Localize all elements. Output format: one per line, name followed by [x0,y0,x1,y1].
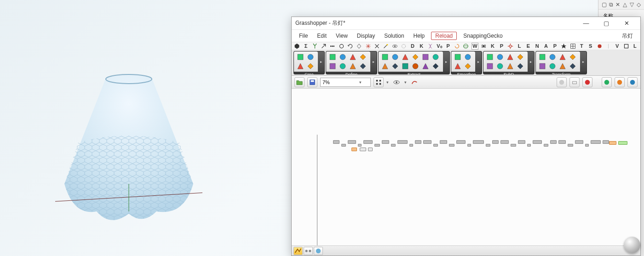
shelf-burst-icon[interactable] [365,43,372,50]
gh-node[interactable] [467,144,471,147]
ribbon-crea-tool-3[interactable] [306,62,315,70]
ribbon-transform-more[interactable]: ▸ [580,51,586,72]
shelf-gear-icon[interactable] [507,43,514,50]
ribbon-smoothen-tool-0[interactable] [453,53,462,61]
ribbon-define-tool-6[interactable] [348,62,357,70]
shelf-red-dot-icon[interactable] [596,43,603,50]
menu-docname[interactable]: 吊灯 [617,30,638,42]
shelf-tab-L[interactable]: L [632,43,638,50]
zoom-extents-more-icon[interactable]: ▾ [386,80,389,85]
open-file-button[interactable] [294,77,305,87]
gh-node[interactable] [449,144,454,147]
gh-node[interactable] [333,140,339,144]
gh-node[interactable] [603,140,609,144]
ribbon-define-more[interactable]: ▸ [370,51,377,72]
ribbon-extract-tool-9[interactable] [411,62,420,70]
menu-display[interactable]: Display [352,31,380,41]
ribbon-extract-tool-10[interactable] [421,62,430,70]
preview-more-icon[interactable]: ▾ [404,80,407,85]
shelf-tab-S[interactable]: S [587,43,594,50]
shelf-kite-icon[interactable] [356,43,362,50]
ribbon-subd-tool-5[interactable] [495,62,505,70]
ribbon-crea-tool-0[interactable] [296,53,305,61]
ribbon-smoothen-tool-3[interactable] [463,62,472,70]
ribbon-subd-tool-4[interactable] [485,62,494,70]
gh-node[interactable] [348,140,356,144]
help-icon[interactable]: ◇ [636,1,641,8]
ribbon-extract-tool-3[interactable] [411,53,420,61]
gh-node[interactable] [585,144,589,147]
up-icon[interactable]: △ [622,1,627,8]
minimize-button[interactable]: — [576,17,596,29]
shelf-star-icon[interactable] [560,43,567,50]
menu-reload[interactable]: Reload [431,32,457,40]
ribbon-extract-tool-6[interactable] [380,62,390,70]
ribbon-define-tool-2[interactable] [348,53,357,61]
gh-node[interactable] [409,144,413,147]
down-icon[interactable]: ▽ [629,1,634,8]
shelf-dots-icon[interactable] [329,43,336,50]
shelf-dotted-icon[interactable] [400,43,407,50]
shelf-tab-P[interactable]: P [552,43,558,50]
shelf-globe-icon[interactable] [462,43,469,50]
shelf-tab-K[interactable]: K [489,43,496,50]
new-icon[interactable]: ▢ [601,1,607,8]
ribbon-define-tool-0[interactable] [328,53,337,61]
maximize-button[interactable]: ▢ [596,17,616,29]
gh-node[interactable] [391,144,396,147]
ribbon-transform-tool-3[interactable] [568,53,577,61]
ribbon-define-tool-5[interactable] [338,62,347,70]
zoom-dropdown-icon[interactable]: ▾ [359,80,362,85]
gh-node[interactable] [492,140,499,144]
ribbon-define-tool-3[interactable] [358,53,368,61]
gh-node[interactable] [575,140,583,144]
ribbon-subd-tool-1[interactable] [495,53,505,61]
gh-node[interactable] [433,144,438,147]
ribbon-extract-tool-5[interactable] [431,53,440,61]
shade-blue-button[interactable] [627,77,638,87]
gh-node[interactable] [351,148,357,151]
shelf-tab-A[interactable]: A [542,43,549,50]
gh-node[interactable] [511,144,516,147]
status-mode-a[interactable] [293,247,303,255]
gh-node[interactable] [568,144,573,147]
ribbon-define-tool-4[interactable] [328,62,337,70]
shelf-tab-N[interactable]: N [534,43,540,50]
ribbon-smoothen-tool-2[interactable] [453,62,462,70]
copy-icon[interactable]: ⧉ [608,1,614,8]
shade-orange-button[interactable] [615,77,625,87]
shelf-tab-P[interactable]: P [445,43,452,50]
ribbon-crea-tool-2[interactable] [296,62,305,70]
ribbon-transform-tool-1[interactable] [548,53,557,61]
ribbon-extract-tool-4[interactable] [421,53,430,61]
menu-view[interactable]: View [331,31,352,41]
ribbon-extract-more[interactable]: ▸ [443,51,449,72]
shelf-cross-icon[interactable] [374,43,380,50]
ribbon-extract-tool-1[interactable] [391,53,400,61]
menu-solution[interactable]: Solution [380,31,408,41]
shelf-tab-V[interactable]: V [614,43,621,50]
ribbon-extract-tool-2[interactable] [401,53,410,61]
shelf-tab-V₀[interactable]: V₀ [436,43,443,50]
ribbon-transform-tool-6[interactable] [558,62,567,70]
shade-erase-button[interactable] [569,77,580,87]
ribbon-subd-tool-3[interactable] [516,53,525,61]
gh-node[interactable] [374,144,380,147]
ribbon-crea-tool-1[interactable] [306,53,315,61]
shelf-tab-T[interactable]: T [578,43,585,50]
gh-node[interactable] [544,144,548,147]
gh-node[interactable] [368,148,373,151]
shelf-tab-E[interactable]: E [525,43,532,50]
gh-node[interactable] [486,144,490,147]
ribbon-transform-tool-7[interactable] [568,62,577,70]
gh-node[interactable] [618,141,627,145]
delete-icon[interactable]: ✕ [615,1,621,8]
gh-node[interactable] [558,140,566,144]
gh-canvas[interactable] [292,89,640,245]
shelf-tab-D[interactable]: D [409,43,416,50]
shelf-wand-icon[interactable] [382,43,389,50]
status-mode-b[interactable] [304,247,313,255]
shelf-grid-icon[interactable] [569,43,576,50]
save-file-button[interactable] [307,77,317,87]
ribbon-extract-tool-0[interactable] [380,53,390,61]
